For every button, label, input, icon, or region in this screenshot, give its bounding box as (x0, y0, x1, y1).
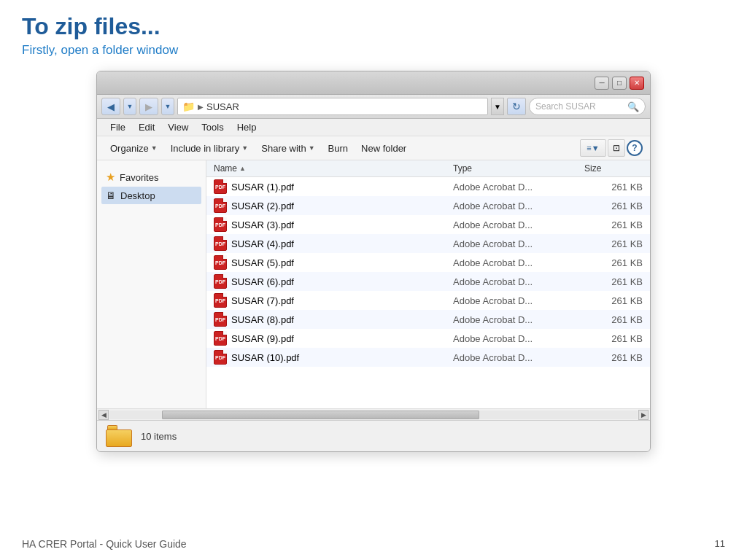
view-options-button[interactable]: ≡▼ (580, 139, 606, 157)
table-row[interactable]: PDF SUSAR (4).pdf Adobe Acrobat D... 261… (206, 234, 650, 253)
organize-dropdown-icon: ▼ (151, 144, 158, 152)
file-name: SUSAR (10).pdf (231, 352, 299, 363)
page-number: 11 (715, 538, 725, 550)
menu-tools[interactable]: Tools (196, 120, 229, 134)
file-type: Adobe Acrobat D... (453, 219, 584, 230)
file-size: 261 KB (584, 333, 643, 344)
file-name-cell: PDF SUSAR (6).pdf (214, 274, 453, 289)
burn-button[interactable]: Burn (322, 141, 354, 156)
table-row[interactable]: PDF SUSAR (5).pdf Adobe Acrobat D... 261… (206, 253, 650, 272)
menu-file[interactable]: File (104, 120, 131, 134)
file-size: 261 KB (584, 182, 643, 192)
pdf-icon: PDF (214, 274, 227, 289)
file-name-cell: PDF SUSAR (10).pdf (214, 350, 453, 365)
pdf-icon: PDF (214, 255, 227, 270)
organize-label: Organize (110, 143, 149, 154)
file-name: SUSAR (1).pdf (231, 182, 294, 192)
file-name-cell: PDF SUSAR (8).pdf (214, 312, 453, 327)
pdf-icon: PDF (214, 331, 227, 346)
address-dropdown-button[interactable]: ▼ (491, 98, 504, 115)
title-bar: ─ □ ✕ (97, 71, 650, 95)
main-content: ★ Favorites 🖥 Desktop Name ▲ Type (97, 160, 650, 408)
menu-view[interactable]: View (162, 120, 194, 134)
minimize-button[interactable]: ─ (595, 77, 609, 90)
menu-bar: File Edit View Tools Help (97, 119, 650, 136)
forward-button[interactable]: ▶ (139, 98, 158, 115)
file-type: Adobe Acrobat D... (453, 333, 584, 344)
horizontal-scrollbar[interactable]: ◀ ▶ (97, 408, 650, 420)
refresh-button[interactable]: ↻ (507, 98, 526, 115)
new-folder-label: New folder (361, 143, 406, 154)
menu-edit[interactable]: Edit (133, 120, 160, 134)
new-folder-button[interactable]: New folder (355, 141, 412, 156)
file-list: Name ▲ Type Size PDF SUSAR (1).pdf Adobe… (206, 160, 650, 408)
table-row[interactable]: PDF SUSAR (7).pdf Adobe Acrobat D... 261… (206, 291, 650, 310)
back-button[interactable]: ◀ (101, 98, 120, 115)
desktop-icon: 🖥 (106, 190, 116, 201)
file-name: SUSAR (3).pdf (231, 219, 294, 230)
preview-pane-button[interactable]: ⊡ (608, 139, 625, 157)
address-box[interactable]: 📁 ▶ SUSAR (177, 98, 488, 115)
close-button[interactable]: ✕ (630, 77, 644, 90)
file-type: Adobe Acrobat D... (453, 182, 584, 192)
include-in-library-button[interactable]: Include in library ▼ (165, 141, 255, 156)
table-row[interactable]: PDF SUSAR (3).pdf Adobe Acrobat D... 261… (206, 215, 650, 234)
file-name-cell: PDF SUSAR (4).pdf (214, 236, 453, 251)
page-title: To zip files... (0, 0, 747, 43)
file-type: Adobe Acrobat D... (453, 238, 584, 249)
file-size: 261 KB (584, 276, 643, 287)
file-type: Adobe Acrobat D... (453, 257, 584, 268)
maximize-button[interactable]: □ (612, 77, 627, 90)
back-dropdown-button[interactable]: ▼ (123, 98, 136, 115)
explorer-window: ─ □ ✕ ◀ ▼ ▶ ▼ 📁 ▶ SUSAR ▼ ↻ Search SUSAR… (96, 71, 651, 452)
table-row[interactable]: PDF SUSAR (1).pdf Adobe Acrobat D... 261… (206, 177, 650, 196)
table-row[interactable]: PDF SUSAR (10).pdf Adobe Acrobat D... 26… (206, 348, 650, 367)
col-header-name[interactable]: Name ▲ (214, 163, 453, 174)
pdf-icon: PDF (214, 179, 227, 194)
recent-locations-button[interactable]: ▼ (161, 98, 174, 115)
file-name-cell: PDF SUSAR (3).pdf (214, 217, 453, 232)
search-box[interactable]: Search SUSAR 🔍 (529, 98, 646, 115)
burn-label: Burn (328, 143, 348, 154)
address-text: SUSAR (206, 101, 239, 112)
desktop-label: Desktop (120, 190, 155, 201)
page-footer: HA CRER Portal - Quick User Guide 11 (0, 538, 747, 550)
pdf-icon: PDF (214, 236, 227, 251)
pdf-icon: PDF (214, 198, 227, 213)
sidebar-item-favorites[interactable]: ★ Favorites (101, 168, 201, 187)
table-row[interactable]: PDF SUSAR (8).pdf Adobe Acrobat D... 261… (206, 310, 650, 329)
file-size: 261 KB (584, 314, 643, 325)
table-row[interactable]: PDF SUSAR (2).pdf Adobe Acrobat D... 261… (206, 196, 650, 215)
help-button[interactable]: ? (627, 140, 643, 156)
file-name: SUSAR (8).pdf (231, 314, 294, 325)
status-bar: 10 items (97, 420, 650, 451)
share-dropdown-icon: ▼ (309, 144, 315, 152)
pdf-icon: PDF (214, 217, 227, 232)
share-with-button[interactable]: Share with ▼ (255, 141, 320, 156)
search-icon[interactable]: 🔍 (627, 101, 639, 112)
table-row[interactable]: PDF SUSAR (6).pdf Adobe Acrobat D... 261… (206, 272, 650, 291)
table-row[interactable]: PDF SUSAR (9).pdf Adobe Acrobat D... 261… (206, 329, 650, 348)
file-rows: PDF SUSAR (1).pdf Adobe Acrobat D... 261… (206, 177, 650, 408)
address-folder-icon: 📁 (182, 101, 195, 112)
file-type: Adobe Acrobat D... (453, 352, 584, 363)
file-list-header: Name ▲ Type Size (206, 160, 650, 177)
file-name-cell: PDF SUSAR (5).pdf (214, 255, 453, 270)
col-header-type[interactable]: Type (453, 163, 584, 174)
scroll-track[interactable] (109, 411, 638, 419)
scroll-left-button[interactable]: ◀ (98, 410, 109, 420)
sidebar-item-desktop[interactable]: 🖥 Desktop (101, 187, 201, 204)
toolbar: Organize ▼ Include in library ▼ Share wi… (97, 136, 650, 160)
menu-help[interactable]: Help (231, 120, 263, 134)
address-separator: ▶ (198, 103, 204, 111)
organize-button[interactable]: Organize ▼ (104, 141, 163, 156)
file-size: 261 KB (584, 352, 643, 363)
page-subtitle: Firstly, open a folder window (0, 43, 747, 71)
favorites-label: Favorites (120, 172, 158, 183)
file-type: Adobe Acrobat D... (453, 314, 584, 325)
pdf-icon: PDF (214, 312, 227, 327)
folder-body (106, 429, 132, 447)
scroll-right-button[interactable]: ▶ (638, 410, 649, 420)
col-header-size[interactable]: Size (584, 163, 643, 174)
scroll-thumb[interactable] (162, 411, 479, 419)
